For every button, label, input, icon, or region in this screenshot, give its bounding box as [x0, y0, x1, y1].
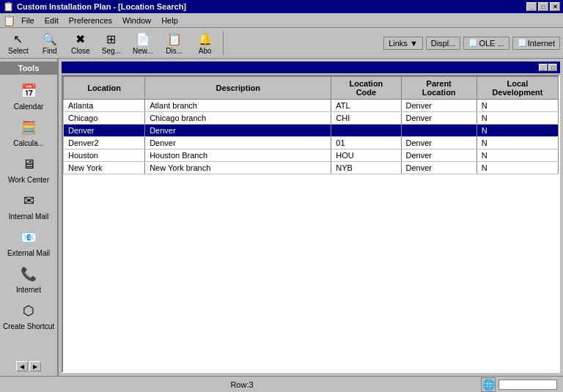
sidebar-header: Tools — [0, 62, 57, 75]
status-bar: Row:3 🌐 — [0, 376, 563, 392]
location-table: Location Description LocationCode Parent… — [63, 76, 559, 174]
main-layout: Tools 📅 Calendar 🧮 Calcula... 🖥 Work Cen… — [0, 59, 563, 376]
sidebar-item-internal-mail[interactable]: ✉ Internal Mail — [0, 188, 57, 224]
toolbar-dis[interactable]: 📋 Dis... — [160, 29, 189, 57]
cell-2-2 — [331, 125, 401, 137]
cell-2-1: Denver — [145, 125, 331, 137]
table-row[interactable]: ChicagoChicago branchCHIDenverN — [64, 112, 559, 125]
table-container: Location Description LocationCode Parent… — [62, 75, 560, 373]
menu-app-icon: 📋 — [3, 15, 15, 26]
table-row[interactable]: AtlantaAtlant branchATLDenverN — [64, 100, 559, 112]
abo-icon: 🔔 — [197, 31, 213, 47]
scroll-left-button[interactable]: ◀ — [16, 361, 28, 371]
internet-icon: 📞 — [18, 264, 39, 284]
cell-3-3: Denver — [401, 137, 476, 149]
col-code: LocationCode — [331, 77, 401, 100]
cell-1-1: Chicago branch — [145, 112, 331, 125]
sidebar-item-workcenter[interactable]: 🖥 Work Center — [0, 151, 57, 188]
mdi-title-bar: _ □ — [62, 62, 560, 73]
internet-button[interactable]: 📃 Internet — [512, 37, 560, 50]
cell-3-2: 01 — [331, 137, 401, 149]
cell-0-1: Atlant branch — [145, 100, 331, 112]
table-row[interactable]: HoustonHouston BranchHOUDenverN — [64, 149, 559, 162]
app-icon: 📋 — [3, 1, 14, 12]
sidebar-item-calculator[interactable]: 🧮 Calcula... — [0, 114, 57, 151]
toolbar-separator — [223, 32, 224, 55]
mdi-controls: _ □ — [539, 64, 557, 71]
display-button[interactable]: Displ... — [426, 37, 461, 50]
sidebar-item-calendar[interactable]: 📅 Calendar — [0, 78, 57, 114]
close-button[interactable]: ✕ — [550, 2, 560, 11]
cell-3-0: Denver2 — [64, 137, 145, 149]
globe-icon: 🌐 — [481, 377, 496, 392]
cell-2-0: Denver — [64, 125, 145, 137]
mdi-minimize-button[interactable]: _ — [539, 64, 548, 71]
title-bar-controls: _ □ ✕ — [526, 2, 560, 11]
cell-5-3: Denver — [401, 162, 476, 174]
internal-mail-icon: ✉ — [18, 191, 39, 211]
cell-3-4: N — [476, 137, 558, 149]
menu-edit[interactable]: Edit — [40, 15, 63, 26]
cell-4-0: Houston — [64, 149, 145, 162]
cell-3-1: Denver — [145, 137, 331, 149]
scroll-right-button[interactable]: ▶ — [29, 361, 41, 371]
sidebar-item-create-shortcut[interactable]: ⬡ Create Shortcut — [0, 297, 57, 334]
cell-5-4: N — [476, 162, 558, 174]
toolbar-seg[interactable]: ⊞ Seg... — [97, 29, 126, 57]
progress-bar — [498, 380, 557, 390]
menu-window[interactable]: Window — [118, 15, 155, 26]
row-info: Row:3 — [3, 380, 481, 389]
table-row[interactable]: New YorkNew York branchNYBDenverN — [64, 162, 559, 174]
seg-icon: ⊞ — [103, 31, 119, 47]
calculator-icon: 🧮 — [18, 117, 39, 138]
workcenter-icon: 🖥 — [18, 154, 39, 174]
toolbar-find[interactable]: 🔍 Find — [35, 29, 65, 57]
cell-0-3: Denver — [401, 100, 476, 112]
calendar-icon: 📅 — [18, 81, 39, 101]
ole-button[interactable]: 📃 OLE ... — [463, 37, 509, 50]
table-row[interactable]: DenverDenverN — [64, 125, 559, 137]
col-location: Location — [64, 77, 145, 100]
menu-file[interactable]: File — [17, 15, 39, 26]
cell-4-1: Houston Branch — [145, 149, 331, 162]
internet-icon: 📃 — [518, 39, 526, 47]
cell-4-3: Denver — [401, 149, 476, 162]
dis-icon: 📋 — [166, 31, 183, 47]
title-bar: 📋 Custom Installation Plan - [Location S… — [0, 0, 563, 13]
cell-5-0: New York — [64, 162, 145, 174]
sidebar: Tools 📅 Calendar 🧮 Calcula... 🖥 Work Cen… — [0, 59, 59, 376]
sidebar-scroll-controls: ◀ ▶ — [0, 360, 57, 373]
cell-1-3: Denver — [401, 112, 476, 125]
cell-0-0: Atlanta — [64, 100, 145, 112]
toolbar: ↖ Select 🔍 Find ✖ Close ⊞ Seg... 📄 New..… — [0, 28, 563, 59]
toolbar-select[interactable]: ↖ Select — [3, 29, 34, 57]
mdi-maximize-button[interactable]: □ — [548, 64, 557, 71]
sidebar-item-external-mail[interactable]: 📧 External Mail — [0, 224, 57, 261]
cell-2-3 — [401, 125, 476, 137]
toolbar-abo[interactable]: 🔔 Abo — [191, 29, 220, 57]
cell-1-4: N — [476, 112, 558, 125]
cell-4-4: N — [476, 149, 558, 162]
table-row[interactable]: Denver2Denver01DenverN — [64, 137, 559, 149]
maximize-button[interactable]: □ — [538, 2, 548, 11]
sidebar-item-internet[interactable]: 📞 Internet — [0, 261, 57, 297]
cell-4-2: HOU — [331, 149, 401, 162]
cell-0-2: ATL — [331, 100, 401, 112]
select-icon: ↖ — [10, 31, 26, 47]
col-local-dev: LocalDevelopment — [476, 77, 558, 100]
minimize-button[interactable]: _ — [526, 2, 537, 11]
title-bar-text: Custom Installation Plan - [Location Sea… — [17, 2, 186, 11]
menu-help[interactable]: Help — [157, 15, 183, 26]
col-description: Description — [145, 77, 331, 100]
shortcut-icon: ⬡ — [18, 300, 39, 321]
links-button[interactable]: Links ▼ — [383, 37, 423, 50]
col-parent: ParentLocation — [401, 77, 476, 100]
toolbar-close[interactable]: ✖ Close — [66, 29, 95, 57]
new-icon: 📄 — [135, 31, 151, 47]
cell-0-4: N — [476, 100, 558, 112]
cell-5-1: New York branch — [145, 162, 331, 174]
cell-5-2: NYB — [331, 162, 401, 174]
menu-preferences[interactable]: Preferences — [65, 15, 117, 26]
cell-1-0: Chicago — [64, 112, 145, 125]
toolbar-new[interactable]: 📄 New... — [128, 29, 158, 57]
